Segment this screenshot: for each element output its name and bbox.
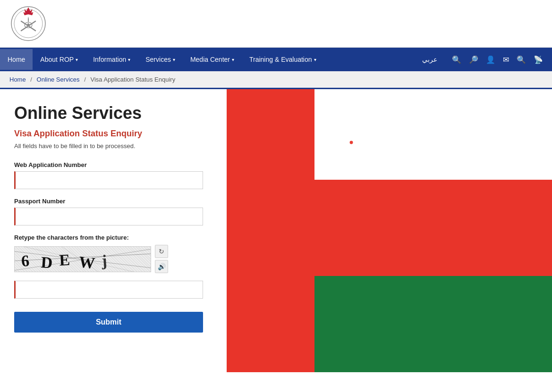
svg-point-26 [350, 141, 353, 144]
training-arrow: ▾ [314, 57, 316, 62]
captcha-noise [15, 247, 151, 272]
captcha-group: Retype the characters from the picture: … [14, 234, 212, 299]
nav-link-home[interactable]: Home [0, 49, 33, 70]
captcha-row: 6 D E W j ↻ 🔊 [14, 245, 212, 273]
passport-number-input[interactable] [14, 208, 203, 225]
passport-number-label: Passport Number [14, 198, 212, 205]
flag-green-section [314, 276, 552, 372]
nav-link-about-rop[interactable]: About ROP ▾ [33, 49, 85, 70]
breadcrumb-current: Visa Application Status Enquiry [90, 76, 175, 83]
form-description: All fields have to be filled in to be pr… [14, 142, 212, 150]
web-app-number-input[interactable] [14, 171, 203, 189]
information-arrow: ▾ [128, 57, 130, 62]
logo [9, 5, 47, 42]
nav-icons-group: 🔍 🔎 👤 ✉ 🔍 📡 [443, 53, 552, 66]
breadcrumb-online-services-link[interactable]: Online Services [37, 76, 80, 83]
zoom-out-icon[interactable]: 🔎 [467, 53, 480, 66]
flag-emblem-svg [318, 103, 384, 174]
form-area: Online Services Visa Application Status … [0, 89, 227, 372]
nav-item-information[interactable]: Information ▾ [85, 49, 138, 70]
rop-logo-svg [9, 5, 47, 42]
main-content: Online Services Visa Application Status … [0, 89, 552, 372]
email-icon[interactable]: ✉ [501, 53, 511, 66]
search-icon[interactable]: 🔍 [515, 53, 528, 66]
rss-icon[interactable]: 📡 [532, 53, 545, 66]
nav-link-media-center[interactable]: Media Center ▾ [183, 49, 242, 70]
captcha-label: Retype the characters from the picture: [14, 234, 212, 241]
oman-flag [227, 89, 552, 372]
nav-item-about-rop[interactable]: About ROP ▾ [33, 49, 85, 70]
accessibility-icon[interactable]: 👤 [484, 53, 497, 66]
page-title: Online Services [14, 103, 212, 123]
svg-rect-17 [349, 106, 354, 113]
nav-link-information[interactable]: Information ▾ [85, 49, 138, 70]
flag-emblem [311, 96, 391, 181]
nav-link-services[interactable]: Services ▾ [138, 49, 183, 70]
form-subtitle: Visa Application Status Enquiry [14, 129, 212, 139]
svg-point-6 [27, 24, 30, 26]
main-navbar: Home About ROP ▾ Information ▾ Services … [0, 48, 552, 71]
web-app-number-label: Web Application Number [14, 161, 212, 168]
logo-area [9, 5, 47, 42]
web-app-number-group: Web Application Number [14, 161, 212, 189]
nav-items-list: Home About ROP ▾ Information ▾ Services … [0, 49, 416, 70]
captcha-image: 6 D E W j [14, 246, 151, 272]
passport-number-group: Passport Number [14, 198, 212, 225]
breadcrumb-sep-2: / [84, 76, 86, 83]
about-rop-arrow: ▾ [76, 57, 78, 62]
flag-red-stripe [227, 89, 314, 372]
arabic-label[interactable]: عربي [416, 56, 443, 63]
nav-item-home[interactable]: Home [0, 49, 33, 70]
nav-item-services[interactable]: Services ▾ [138, 49, 183, 70]
zoom-in-icon[interactable]: 🔍 [450, 53, 463, 66]
media-center-arrow: ▾ [232, 57, 234, 62]
captcha-refresh-button[interactable]: ↻ [155, 245, 168, 258]
nav-item-media-center[interactable]: Media Center ▾ [183, 49, 242, 70]
breadcrumb: Home / Online Services / Visa Applicatio… [0, 71, 552, 89]
nav-link-training[interactable]: Training & Evaluation ▾ [242, 49, 324, 70]
submit-button[interactable]: Submit [14, 312, 203, 333]
captcha-buttons: ↻ 🔊 [155, 245, 168, 273]
svg-marker-2 [24, 8, 33, 15]
captcha-input[interactable] [14, 281, 203, 299]
nav-item-training[interactable]: Training & Evaluation ▾ [242, 49, 324, 70]
flag-red-section [314, 180, 552, 276]
flag-area [227, 89, 552, 372]
svg-rect-20 [323, 124, 331, 128]
captcha-audio-button[interactable]: 🔊 [155, 260, 168, 273]
breadcrumb-home-link[interactable]: Home [9, 76, 26, 83]
breadcrumb-sep-1: / [30, 76, 32, 83]
svg-rect-21 [372, 124, 380, 128]
services-arrow: ▾ [173, 57, 175, 62]
site-header [0, 0, 552, 48]
